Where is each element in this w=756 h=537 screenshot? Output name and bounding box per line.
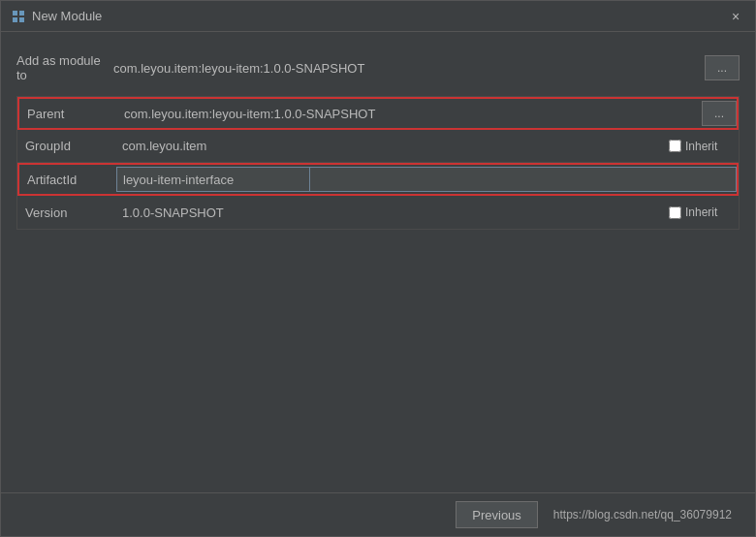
artifactid-row: ArtifactId (17, 163, 739, 196)
previous-button[interactable]: Previous (456, 501, 538, 528)
version-value: 1.0.0-SNAPSHOT (114, 200, 661, 226)
new-module-dialog: New Module × Add as module to com.leyou.… (0, 0, 756, 537)
version-inherit-label: Inherit (685, 205, 717, 219)
module-form: Parent com.leyou.item:leyou-item:1.0.0-S… (16, 96, 740, 230)
footer: Previous https://blog.csdn.net/qq_360799… (1, 492, 755, 536)
svg-rect-0 (13, 11, 17, 16)
groupid-inherit-checkbox[interactable] (669, 140, 681, 152)
bottom-spacer (16, 230, 740, 483)
groupid-value: com.leyou.item (114, 133, 661, 159)
artifactid-label: ArtifactId (19, 167, 116, 193)
version-row: Version 1.0.0-SNAPSHOT Inherit (17, 196, 739, 229)
add-as-module-value: com.leyou.item:leyou-item:1.0.0-SNAPSHOT (113, 61, 705, 76)
add-as-module-row: Add as module to com.leyou.item:leyou-it… (16, 47, 740, 88)
groupid-inherit-label: Inherit (685, 140, 717, 153)
dialog-title: New Module (32, 9, 102, 23)
dialog-content: Add as module to com.leyou.item:leyou-it… (1, 32, 755, 492)
add-as-module-browse-button[interactable]: ... (705, 55, 740, 80)
add-as-module-label: Add as module to (16, 47, 113, 88)
groupid-label: GroupId (17, 133, 114, 159)
close-button[interactable]: × (726, 7, 745, 26)
parent-row: Parent com.leyou.item:leyou-item:1.0.0-S… (17, 97, 739, 130)
title-bar: New Module × (1, 1, 755, 32)
parent-label: Parent (19, 101, 116, 127)
svg-rect-3 (19, 17, 24, 22)
version-label: Version (17, 200, 114, 226)
version-inherit-checkbox[interactable] (669, 206, 681, 219)
svg-rect-2 (13, 17, 17, 22)
groupid-row: GroupId com.leyou.item Inherit (17, 130, 739, 163)
artifactid-input[interactable] (116, 167, 310, 192)
svg-rect-1 (19, 11, 24, 16)
watermark-text: https://blog.csdn.net/qq_36079912 (546, 508, 740, 521)
parent-browse-button[interactable]: ... (702, 101, 737, 126)
parent-value: com.leyou.item:leyou-item:1.0.0-SNAPSHOT (116, 101, 702, 127)
module-icon (11, 9, 26, 24)
